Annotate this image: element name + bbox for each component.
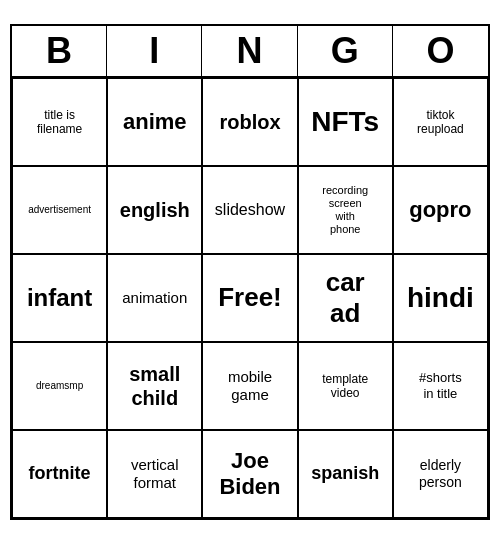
bingo-header: B I N G O [12,26,488,78]
cell-4: tiktokreupload [393,78,488,166]
cell-12: Free! [202,254,297,342]
cell-16: smallchild [107,342,202,430]
header-o: O [393,26,488,76]
header-i: I [107,26,202,76]
cell-24: elderlyperson [393,430,488,518]
cell-19: #shortsin title [393,342,488,430]
header-g: G [298,26,393,76]
header-n: N [202,26,297,76]
cell-23: spanish [298,430,393,518]
cell-18: templatevideo [298,342,393,430]
cell-8: recordingscreenwithphone [298,166,393,254]
header-b: B [12,26,107,76]
bingo-card: B I N G O title isfilename anime roblox … [10,24,490,520]
cell-11: animation [107,254,202,342]
cell-9: gopro [393,166,488,254]
cell-20: fortnite [12,430,107,518]
cell-15: dreamsmp [12,342,107,430]
cell-3: NFTs [298,78,393,166]
cell-17: mobilegame [202,342,297,430]
cell-22: JoeBiden [202,430,297,518]
cell-6: english [107,166,202,254]
cell-21: verticalformat [107,430,202,518]
cell-1: anime [107,78,202,166]
cell-10: infant [12,254,107,342]
cell-7: slideshow [202,166,297,254]
cell-13: carad [298,254,393,342]
bingo-grid: title isfilename anime roblox NFTs tikto… [12,78,488,518]
cell-2: roblox [202,78,297,166]
cell-5: advertisement [12,166,107,254]
cell-0: title isfilename [12,78,107,166]
cell-14: hindi [393,254,488,342]
